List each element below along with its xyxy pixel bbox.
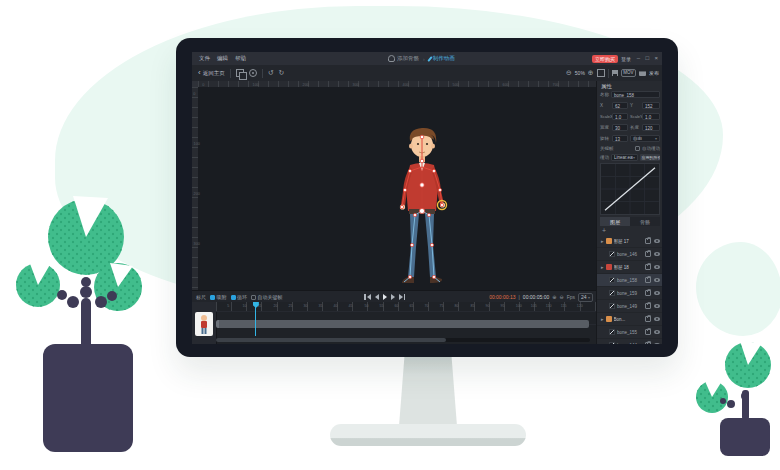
easing-curve-editor[interactable] bbox=[600, 163, 660, 215]
menu-file[interactable]: 文件 bbox=[199, 55, 210, 62]
layer-row[interactable]: ▸ Bon... bbox=[597, 313, 662, 326]
layer-row[interactable]: bone_159 bbox=[597, 287, 662, 300]
checkbox[interactable] bbox=[210, 295, 215, 300]
bone-icon bbox=[609, 329, 615, 335]
eye-icon[interactable] bbox=[654, 291, 660, 295]
eye-icon[interactable] bbox=[654, 304, 660, 308]
expand-arrow-icon[interactable]: ▸ bbox=[601, 316, 604, 322]
scaley-field[interactable]: 1.0 bbox=[642, 113, 660, 120]
ruler-toggle[interactable]: 标尺 bbox=[196, 294, 206, 300]
easing-select[interactable]: Linear.easeNone ▾ bbox=[611, 154, 638, 161]
lock-icon[interactable] bbox=[645, 303, 651, 309]
auto-ease-checkbox[interactable] bbox=[635, 146, 640, 151]
step-make-animation[interactable]: 制作动画 bbox=[429, 55, 455, 62]
eye-icon[interactable] bbox=[654, 252, 660, 256]
menu-help[interactable]: 帮助 bbox=[235, 55, 246, 62]
save-icon[interactable] bbox=[612, 70, 618, 76]
menu-edit[interactable]: 编辑 bbox=[217, 55, 228, 62]
checkbox[interactable] bbox=[231, 295, 236, 300]
play-button[interactable] bbox=[383, 294, 387, 300]
frame-label: 50 bbox=[364, 304, 368, 308]
tab-layers[interactable]: 图层 bbox=[600, 217, 630, 226]
lock-icon[interactable] bbox=[645, 238, 651, 244]
timeline-scrollbar[interactable] bbox=[216, 338, 590, 342]
snap-toggle[interactable]: 吸附 bbox=[210, 294, 227, 300]
redo-icon[interactable]: ↻ bbox=[279, 69, 285, 77]
length-field[interactable]: 120 bbox=[642, 124, 660, 131]
skip-end-button[interactable] bbox=[399, 294, 406, 300]
canvas[interactable]: 0100200300400500600700 0100200300 bbox=[192, 81, 596, 290]
undo-icon[interactable]: ↺ bbox=[268, 69, 274, 77]
buy-now-button[interactable]: 立即购买 bbox=[592, 55, 618, 63]
close-button[interactable]: × bbox=[654, 55, 658, 62]
mode-select[interactable]: 自由 ▾ bbox=[630, 135, 660, 142]
eye-icon[interactable] bbox=[654, 343, 660, 344]
eye-icon[interactable] bbox=[654, 265, 660, 269]
step-forward-button[interactable] bbox=[391, 294, 395, 300]
export-video-icon[interactable] bbox=[639, 71, 646, 76]
fps-select[interactable]: 24 ▾ bbox=[578, 293, 593, 302]
expand-arrow-icon[interactable]: ▸ bbox=[601, 264, 604, 270]
layer-name: bone_144 bbox=[617, 343, 643, 345]
scrollbar-thumb[interactable] bbox=[216, 338, 446, 342]
lock-icon[interactable] bbox=[645, 316, 651, 322]
layer-row[interactable]: bone_146 bbox=[597, 248, 662, 261]
add-layer-icon[interactable]: + bbox=[602, 228, 606, 234]
rotation-field[interactable]: 13 bbox=[612, 135, 628, 142]
plant-left bbox=[15, 192, 165, 455]
timeline-zoom-out-icon[interactable]: ⊖ bbox=[559, 294, 563, 300]
tab-bones[interactable]: 骨骼 bbox=[630, 217, 660, 226]
timeline-tracks[interactable] bbox=[216, 311, 596, 336]
layer-row[interactable]: bone_149 bbox=[597, 300, 662, 313]
eye-icon[interactable] bbox=[654, 239, 660, 243]
layer-row[interactable]: ▸ 图层 18 bbox=[597, 261, 662, 274]
eye-icon[interactable] bbox=[654, 330, 660, 334]
animation-clip[interactable] bbox=[216, 320, 589, 328]
ruler-label: 600 bbox=[503, 82, 509, 86]
eye-icon[interactable] bbox=[654, 278, 660, 282]
lock-icon[interactable] bbox=[645, 264, 651, 270]
scene-thumbnail[interactable] bbox=[195, 312, 213, 336]
loop-toggle[interactable]: 循环 bbox=[231, 294, 248, 300]
lock-icon[interactable] bbox=[645, 329, 651, 335]
width-field[interactable]: 30 bbox=[612, 124, 628, 131]
lock-icon[interactable] bbox=[645, 342, 651, 344]
timeline-zoom-in-icon[interactable]: ⊕ bbox=[552, 294, 556, 300]
lock-icon[interactable] bbox=[645, 251, 651, 257]
playhead[interactable] bbox=[255, 302, 256, 336]
export-format-chip[interactable]: MOV bbox=[621, 69, 636, 77]
character-rig[interactable] bbox=[386, 125, 458, 295]
back-home-button[interactable]: ‹ 返回主页 bbox=[198, 70, 225, 77]
duplicate-icon[interactable] bbox=[236, 69, 244, 77]
scalex-field[interactable]: 1.0 bbox=[612, 113, 628, 120]
frame-label: 10 bbox=[243, 304, 247, 308]
name-field[interactable]: bone_158 bbox=[611, 91, 660, 98]
y-field[interactable]: 152 bbox=[642, 102, 660, 109]
apply-all-frames-button[interactable]: 应用到所有帧 bbox=[640, 154, 660, 161]
layer-row-selected[interactable]: bone_158 bbox=[597, 274, 662, 287]
layer-row[interactable]: bone_144 bbox=[597, 339, 662, 344]
minimize-button[interactable]: – bbox=[637, 55, 640, 62]
step-add-bones[interactable]: 添加骨骼 bbox=[388, 55, 419, 62]
skip-start-button[interactable] bbox=[364, 294, 371, 300]
x-field[interactable]: 62 bbox=[612, 102, 628, 109]
fit-screen-icon[interactable] bbox=[597, 69, 605, 77]
bone-icon bbox=[609, 290, 615, 296]
layer-row[interactable]: ▸ 图层 17 bbox=[597, 235, 662, 248]
layer-row[interactable]: bone_155 bbox=[597, 326, 662, 339]
frame-label: 120 bbox=[576, 304, 582, 308]
login-link[interactable]: 登录 bbox=[621, 56, 631, 62]
checkbox[interactable] bbox=[251, 295, 256, 300]
eye-icon[interactable] bbox=[654, 317, 660, 321]
zoom-out-icon[interactable]: ⊖ bbox=[566, 69, 572, 77]
timeline[interactable]: 5101520253035404550556065707580859095100… bbox=[192, 302, 596, 344]
maximize-button[interactable]: □ bbox=[645, 55, 649, 62]
lock-icon[interactable] bbox=[645, 277, 651, 283]
zoom-in-icon[interactable]: ⊕ bbox=[588, 69, 594, 77]
step-back-button[interactable] bbox=[375, 294, 379, 300]
bone-tool-icon[interactable] bbox=[249, 69, 257, 77]
expand-arrow-icon[interactable]: ▸ bbox=[601, 238, 604, 244]
lock-icon[interactable] bbox=[645, 290, 651, 296]
publish-button[interactable]: 发布 bbox=[649, 70, 659, 76]
auto-keyframe-toggle[interactable]: 自动关键帧 bbox=[251, 294, 283, 300]
